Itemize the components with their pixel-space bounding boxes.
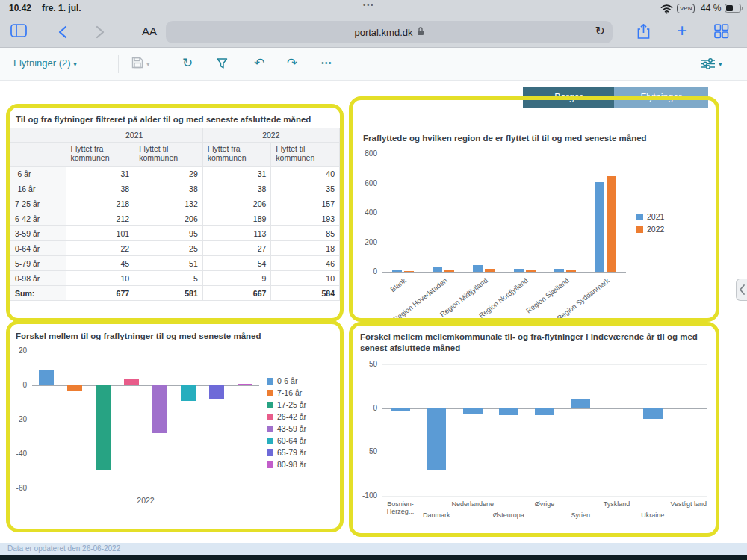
bar[interactable]	[152, 385, 167, 433]
legend-swatch	[267, 438, 273, 444]
y-tick-label: 0	[10, 381, 27, 389]
legend-item[interactable]: 2022	[636, 225, 664, 234]
y-tick-label: -20	[10, 415, 27, 423]
reader-options-button[interactable]: AA	[142, 25, 157, 37]
table-cell: 85	[271, 226, 340, 241]
bar[interactable]	[535, 408, 554, 415]
bottom-edge	[0, 555, 747, 560]
bar[interactable]	[444, 270, 454, 272]
table-cell: 18	[271, 241, 340, 256]
row-label: 6-42 år	[10, 211, 66, 226]
table-cell: 25	[134, 241, 203, 256]
bar[interactable]	[96, 385, 111, 470]
refresh-icon[interactable]: ↻	[182, 55, 193, 70]
more-options-button[interactable]: •••	[321, 58, 332, 67]
address-bar[interactable]: portal.kmd.dk ↻	[166, 21, 613, 43]
bar[interactable]	[433, 267, 442, 272]
bar[interactable]	[39, 370, 54, 385]
y-tick-label: 800	[357, 149, 377, 158]
table-subheader-row: Flyttet fra kommunenFlyttet til kommunen…	[10, 143, 340, 167]
legend-item[interactable]: 65-79 år	[267, 448, 306, 457]
region-bar-chart: 20212022 8006004002000BlankRegion Hoveds…	[357, 149, 713, 314]
bar[interactable]	[427, 408, 446, 470]
legend-item[interactable]: 17-25 år	[267, 400, 306, 409]
bar[interactable]	[643, 408, 663, 419]
sidebar-icon[interactable]	[10, 24, 27, 40]
bar[interactable]	[124, 379, 139, 385]
filter-settings-icon[interactable]	[701, 58, 716, 72]
lock-icon	[417, 27, 424, 38]
save-icon[interactable]	[131, 57, 143, 72]
back-button[interactable]	[58, 25, 67, 42]
chart-legend: 20212022	[636, 212, 664, 234]
bar[interactable]	[499, 408, 518, 415]
legend-swatch	[267, 414, 273, 420]
x-axis-label: Ukraine	[632, 511, 674, 519]
legend-label: 26-42 år	[277, 412, 306, 421]
legend-item[interactable]: 80-98 år	[267, 460, 306, 469]
x-axis-label: Tyskland	[595, 500, 637, 508]
x-axis-title: 2022	[32, 496, 259, 505]
forward-button[interactable]	[96, 25, 105, 42]
table-cell: 38	[66, 181, 134, 196]
bar[interactable]	[391, 408, 410, 412]
year-header: 2022	[202, 128, 339, 143]
table-cell: 22	[66, 241, 134, 256]
legend-item[interactable]: 2021	[636, 212, 664, 221]
table-cell: 10	[66, 271, 134, 286]
save-dropdown-chevron-icon[interactable]: ▾	[146, 60, 150, 68]
bar[interactable]	[67, 385, 82, 391]
chart-legend: 0-6 år7-16 år17-25 år26-42 år43-59 år60-…	[267, 376, 306, 469]
panel-title: Forskel mellem mellemkommunale til- og f…	[360, 332, 708, 354]
y-tick-label: 400	[357, 208, 377, 217]
bar[interactable]	[571, 399, 590, 408]
bar[interactable]	[526, 270, 536, 272]
panel-age-diff-chart-highlight: Forskel mellem til og fraflytninger til …	[6, 320, 344, 532]
y-tick-label: 20	[10, 346, 27, 355]
legend-item[interactable]: 7-16 år	[267, 388, 306, 397]
share-icon[interactable]	[636, 23, 651, 43]
bar[interactable]	[238, 384, 252, 385]
bar[interactable]	[181, 385, 196, 401]
bar[interactable]	[595, 182, 604, 272]
bar[interactable]	[485, 269, 495, 272]
legend-item[interactable]: 0-6 år	[267, 376, 306, 385]
legend-label: 0-6 år	[277, 376, 297, 385]
clock: 10.42	[9, 3, 31, 13]
row-label: 7-25 år	[10, 196, 66, 211]
table-cell: 29	[134, 167, 203, 181]
undo-icon[interactable]: ↶	[254, 55, 264, 70]
bar[interactable]	[392, 270, 402, 272]
bar[interactable]	[514, 269, 524, 272]
row-label: 0-98 år	[10, 271, 66, 286]
country-diff-bar-chart: 500-50-100Bosnien-Herzeg...DanmarkNederl…	[356, 360, 713, 530]
bar[interactable]	[404, 271, 414, 272]
bar[interactable]	[566, 270, 576, 272]
filter-icon[interactable]	[217, 58, 228, 72]
wifi-icon	[660, 3, 673, 16]
new-tab-button[interactable]: +	[677, 20, 687, 41]
table-row: 0-98 år105910	[10, 271, 340, 286]
legend-swatch	[267, 390, 273, 396]
table-cell: 38	[134, 181, 203, 196]
collapse-panel-button[interactable]	[736, 279, 747, 301]
chevron-down-icon[interactable]: ▾	[719, 60, 722, 68]
panel-title: Fraflyttede og hvilken region de er flyt…	[363, 133, 704, 144]
age-migration-table: 20212022Flyttet fra kommunenFlyttet til …	[10, 128, 340, 301]
reload-icon[interactable]: ↻	[595, 24, 605, 38]
table-cell: 31	[202, 167, 271, 181]
bar[interactable]	[463, 408, 483, 414]
dataset-selector[interactable]: Flytninger (2) ▾	[13, 57, 77, 69]
bar[interactable]	[473, 265, 483, 272]
legend-item[interactable]: 43-59 år	[267, 424, 306, 433]
redo-icon[interactable]: ↷	[287, 55, 297, 70]
bar[interactable]	[209, 385, 224, 399]
bar[interactable]	[554, 269, 564, 272]
legend-item[interactable]: 60-64 år	[267, 436, 306, 445]
y-tick-label: -100	[356, 491, 377, 500]
legend-item[interactable]: 26-42 år	[267, 412, 306, 421]
tabs-overview-icon[interactable]	[714, 24, 729, 42]
corner-cell	[10, 143, 66, 167]
bar[interactable]	[607, 176, 616, 272]
corner-cell	[10, 128, 66, 143]
